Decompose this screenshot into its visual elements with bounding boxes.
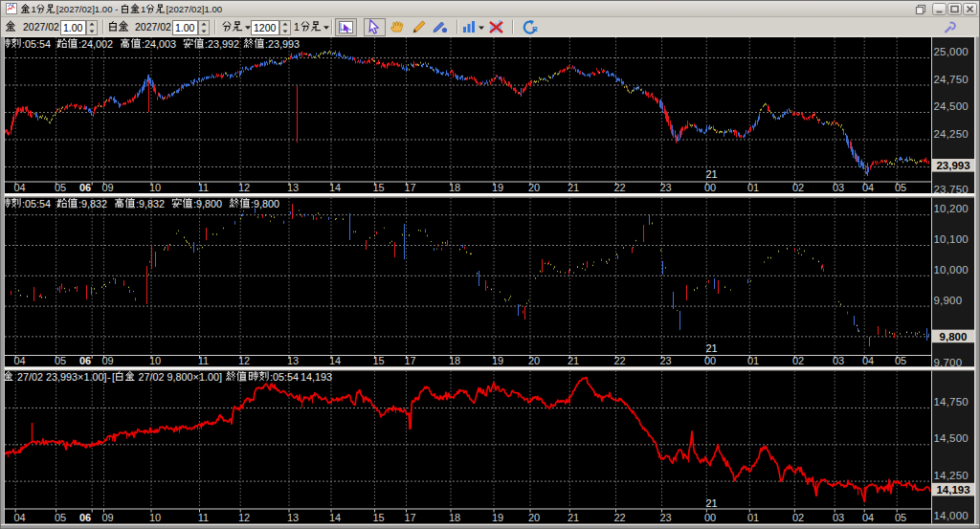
svg-text:02: 02: [792, 355, 804, 366]
svg-text:12: 12: [238, 512, 250, 523]
svg-text:09: 09: [101, 512, 113, 523]
svg-text:[: [: [112, 371, 115, 383]
svg-text:23,750: 23,750: [934, 184, 969, 195]
svg-text:27/02 23,993: 27/02 23,993: [17, 371, 78, 383]
svg-text::9,800: :9,800: [251, 198, 279, 209]
svg-text:05: 05: [895, 512, 906, 523]
svg-text::24,002: :24,002: [78, 38, 113, 50]
svg-text:1.00: 1.00: [63, 22, 83, 33]
svg-text:15: 15: [372, 182, 384, 193]
svg-text:11: 11: [198, 182, 209, 193]
svg-text:09: 09: [101, 355, 113, 366]
svg-text:14,500: 14,500: [934, 432, 969, 444]
svg-text:03: 03: [833, 512, 844, 523]
svg-text::9,800: :9,800: [193, 198, 222, 209]
svg-text:02: 02: [792, 182, 804, 193]
svg-text:1.00]: 1.00]: [199, 371, 222, 383]
svg-text:23: 23: [659, 182, 671, 193]
svg-text:18: 18: [449, 182, 460, 193]
svg-text:21: 21: [568, 512, 579, 523]
svg-text:04: 04: [862, 355, 874, 366]
svg-text:24,250: 24,250: [934, 128, 969, 140]
svg-text::24,003: :24,003: [142, 38, 176, 50]
svg-text:13: 13: [287, 355, 299, 366]
svg-text:04: 04: [862, 512, 874, 523]
svg-text:15: 15: [372, 512, 384, 523]
svg-text:×: ×: [193, 371, 199, 383]
svg-text:10: 10: [149, 512, 161, 523]
svg-text:14: 14: [329, 355, 341, 366]
svg-text:R: R: [532, 25, 538, 33]
svg-text::05:54: :05:54: [270, 371, 299, 383]
svg-text:10,000: 10,000: [934, 264, 969, 276]
svg-text:14,750: 14,750: [934, 396, 969, 408]
svg-text:00: 00: [704, 355, 716, 366]
svg-text:04: 04: [13, 355, 25, 366]
svg-text:19: 19: [492, 512, 503, 523]
svg-text:00: 00: [704, 182, 716, 193]
svg-text::23,992: :23,992: [205, 38, 239, 50]
svg-text:18: 18: [449, 355, 460, 366]
svg-text:9,800: 9,800: [940, 331, 968, 342]
svg-text:23: 23: [659, 355, 671, 366]
svg-text:03: 03: [833, 182, 844, 193]
svg-text:18: 18: [449, 512, 460, 523]
svg-text:04: 04: [13, 512, 25, 523]
svg-text:17: 17: [404, 355, 415, 366]
svg-text:14,250: 14,250: [934, 470, 969, 481]
svg-text:21: 21: [568, 355, 579, 366]
svg-text:05: 05: [55, 355, 66, 366]
svg-text:20: 20: [528, 182, 540, 193]
svg-text:02: 02: [792, 512, 804, 523]
svg-text:01: 01: [747, 355, 759, 366]
svg-text::9,832: :9,832: [136, 198, 165, 209]
svg-text:14,193: 14,193: [301, 371, 332, 383]
svg-text:21: 21: [706, 342, 718, 354]
svg-text:15: 15: [372, 355, 384, 366]
svg-text:24,500: 24,500: [934, 100, 969, 112]
svg-text:19: 19: [492, 182, 503, 193]
svg-text:22: 22: [613, 355, 625, 366]
svg-text:1: 1: [32, 4, 36, 14]
svg-text:9,700: 9,700: [934, 357, 963, 368]
svg-text:[2027/02]1.00 -: [2027/02]1.00 -: [56, 4, 119, 14]
svg-text:24,750: 24,750: [934, 74, 969, 85]
svg-text::05:54: :05:54: [22, 38, 51, 50]
svg-text:10,200: 10,200: [934, 203, 969, 214]
svg-text:11: 11: [198, 355, 209, 366]
svg-text:06: 06: [79, 182, 91, 193]
svg-text:01: 01: [747, 182, 759, 193]
svg-text:1.00: 1.00: [175, 22, 195, 33]
svg-text:22: 22: [613, 182, 625, 193]
svg-text:1: 1: [294, 21, 300, 33]
svg-text:11: 11: [198, 512, 209, 523]
svg-text:2027/02: 2027/02: [135, 21, 171, 33]
svg-text:2027/02: 2027/02: [23, 21, 59, 33]
svg-text:10: 10: [149, 355, 161, 366]
svg-text:25,000: 25,000: [934, 46, 969, 57]
svg-text:23: 23: [659, 512, 671, 523]
svg-text:06: 06: [79, 355, 91, 366]
svg-text:12: 12: [238, 182, 250, 193]
svg-text:20: 20: [528, 355, 540, 366]
svg-text:1200: 1200: [254, 22, 277, 33]
svg-text:-: -: [107, 371, 111, 383]
svg-text:05: 05: [895, 355, 906, 366]
svg-text:21: 21: [706, 168, 718, 180]
svg-text:20: 20: [528, 512, 540, 523]
svg-text::23,993: :23,993: [265, 38, 300, 50]
svg-text:1.00]: 1.00]: [83, 371, 106, 383]
svg-text:00: 00: [704, 512, 716, 523]
svg-text:13: 13: [287, 512, 299, 523]
svg-text:23,993: 23,993: [936, 160, 969, 171]
svg-text:14: 14: [329, 512, 341, 523]
svg-text:01: 01: [747, 512, 759, 523]
svg-text::05:54: :05:54: [22, 198, 51, 209]
svg-text:17: 17: [404, 182, 415, 193]
svg-text:1: 1: [141, 4, 145, 14]
svg-text:13: 13: [287, 182, 299, 193]
svg-text:10: 10: [149, 182, 161, 193]
svg-text:14: 14: [329, 182, 341, 193]
svg-text:04: 04: [13, 182, 25, 193]
svg-text:06: 06: [79, 512, 91, 523]
